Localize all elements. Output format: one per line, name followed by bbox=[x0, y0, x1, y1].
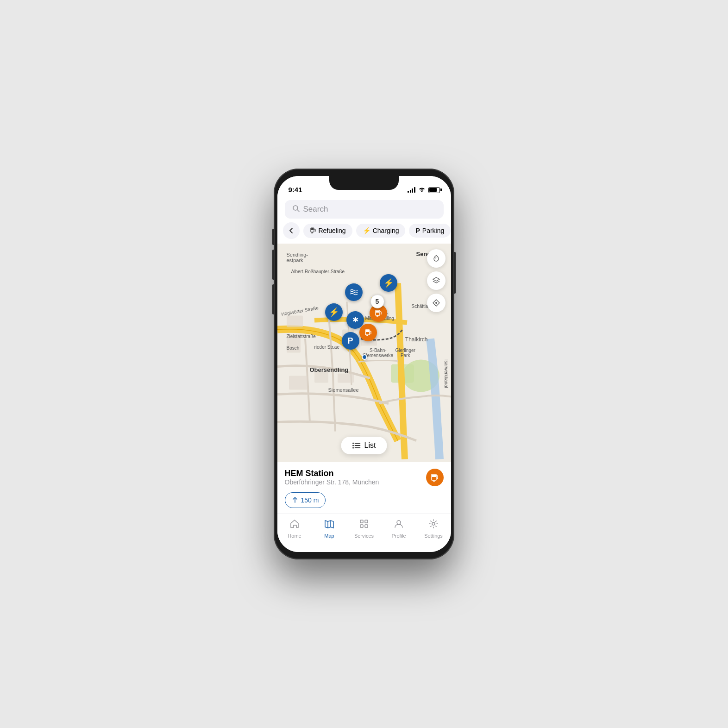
location-button[interactable] bbox=[427, 294, 446, 312]
home-tab-label: Home bbox=[288, 533, 301, 539]
phone-screen: 9:41 bbox=[277, 176, 451, 552]
back-button[interactable] bbox=[283, 222, 300, 239]
tab-settings[interactable]: Settings bbox=[416, 519, 451, 539]
svg-rect-17 bbox=[314, 371, 328, 383]
map-tab-label: Map bbox=[324, 533, 334, 539]
search-icon bbox=[292, 205, 300, 214]
svg-point-46 bbox=[432, 522, 435, 525]
status-time: 9:41 bbox=[289, 186, 302, 194]
cluster-marker[interactable]: 5 bbox=[370, 295, 384, 308]
svg-rect-36 bbox=[432, 475, 436, 477]
layers-button[interactable] bbox=[427, 271, 446, 290]
parking-chip-icon: P bbox=[415, 227, 420, 234]
svg-rect-41 bbox=[360, 520, 363, 523]
svg-rect-21 bbox=[376, 311, 379, 313]
app-content: Search Refueling ⚡ Charging bbox=[277, 196, 451, 552]
wifi-icon bbox=[418, 186, 426, 194]
svg-line-1 bbox=[297, 210, 299, 212]
svg-point-34 bbox=[352, 447, 354, 449]
user-location bbox=[362, 354, 367, 360]
profile-tab-label: Profile bbox=[391, 533, 406, 539]
svg-text:✱: ✱ bbox=[352, 316, 358, 324]
filter-bar: Refueling ⚡ Charging P Parking bbox=[277, 222, 451, 244]
fuel-marker-2[interactable] bbox=[359, 324, 377, 341]
station-distance-label: 150 m bbox=[301, 496, 319, 504]
refueling-icon bbox=[310, 227, 316, 235]
svg-rect-18 bbox=[338, 374, 354, 383]
svg-rect-44 bbox=[365, 525, 368, 527]
search-placeholder: Search bbox=[303, 205, 328, 214]
tab-profile[interactable]: Profile bbox=[382, 519, 416, 539]
filter-parking-label: Parking bbox=[422, 227, 444, 234]
home-tab-icon bbox=[289, 519, 300, 532]
tab-map[interactable]: Map bbox=[312, 519, 347, 539]
top-bar: Search bbox=[277, 196, 451, 222]
charging-icon: ⚡ bbox=[363, 227, 370, 234]
svg-rect-42 bbox=[365, 520, 368, 523]
svg-rect-13 bbox=[287, 334, 301, 353]
settings-tab-label: Settings bbox=[424, 533, 443, 539]
svg-rect-9 bbox=[277, 246, 451, 459]
filter-parking[interactable]: P Parking bbox=[409, 224, 451, 238]
tab-bar: Home Map Services bbox=[277, 514, 451, 552]
station-card-header: HEM Station Oberföhringer Str. 178, Münc… bbox=[285, 469, 444, 490]
favorites-button[interactable] bbox=[427, 249, 446, 268]
filter-charging-label: Charging bbox=[373, 227, 399, 234]
charging-marker-1[interactable]: ⚡ bbox=[380, 274, 397, 292]
svg-rect-12 bbox=[287, 316, 303, 327]
svg-rect-16 bbox=[289, 376, 308, 390]
tab-home[interactable]: Home bbox=[277, 519, 312, 539]
svg-rect-43 bbox=[360, 525, 363, 527]
svg-rect-3 bbox=[311, 228, 314, 230]
profile-tab-icon bbox=[394, 519, 404, 532]
svg-point-45 bbox=[397, 521, 401, 524]
service-marker-1[interactable] bbox=[345, 283, 363, 301]
filter-refueling-label: Refueling bbox=[319, 227, 346, 234]
status-icons bbox=[408, 186, 440, 194]
charging-marker-2[interactable]: ⚡ bbox=[325, 303, 343, 321]
notch bbox=[329, 176, 399, 190]
settings-tab-icon bbox=[428, 519, 439, 532]
signal-icon bbox=[408, 187, 415, 193]
list-button[interactable]: List bbox=[341, 437, 387, 454]
svg-rect-25 bbox=[366, 330, 369, 332]
volume-up-button bbox=[272, 229, 274, 245]
station-name: HEM Station bbox=[285, 469, 379, 478]
station-address: Oberföhringer Str. 178, München bbox=[285, 478, 379, 486]
parking-marker[interactable]: P bbox=[342, 332, 359, 350]
mute-button bbox=[272, 284, 274, 314]
map-controls bbox=[427, 249, 446, 312]
map-tab-icon bbox=[324, 519, 334, 532]
phone-frame: 9:41 bbox=[274, 169, 454, 559]
volume-down-button bbox=[272, 250, 274, 280]
services-tab-label: Services bbox=[354, 533, 374, 539]
svg-point-32 bbox=[352, 443, 354, 444]
station-type-icon bbox=[426, 469, 444, 486]
svg-point-28 bbox=[435, 302, 437, 304]
list-button-label: List bbox=[364, 441, 376, 450]
station-distance-button[interactable]: 150 m bbox=[285, 492, 326, 508]
filter-refueling[interactable]: Refueling bbox=[303, 224, 352, 238]
filter-charging[interactable]: ⚡ Charging bbox=[356, 224, 406, 238]
station-card[interactable]: HEM Station Oberföhringer Str. 178, Münc… bbox=[277, 462, 451, 514]
svg-point-33 bbox=[352, 445, 354, 446]
services-tab-icon bbox=[359, 519, 369, 532]
tab-services[interactable]: Services bbox=[347, 519, 382, 539]
search-bar[interactable]: Search bbox=[285, 200, 444, 219]
power-button bbox=[454, 252, 456, 294]
map-area[interactable]: Sendling-estpark Sendling Albert-Roßhaup… bbox=[277, 244, 451, 462]
battery-icon bbox=[428, 187, 440, 193]
